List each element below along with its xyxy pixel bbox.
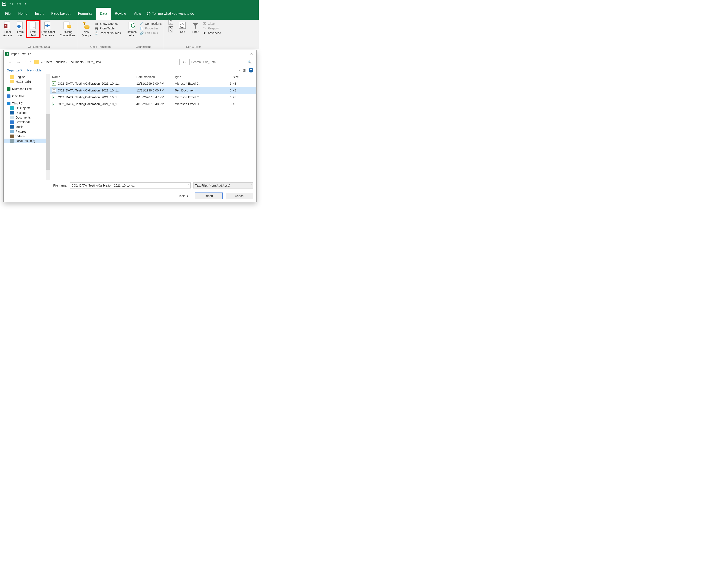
- menubar: File Home Insert Page Layout Formulas Da…: [0, 8, 259, 19]
- undo-icon[interactable]: ↶ ▾: [8, 2, 13, 6]
- new-query-label: NewQuery ▾: [81, 30, 92, 37]
- menu-view[interactable]: View: [130, 8, 145, 19]
- edit-links-button: 🔗Edit Links: [139, 31, 162, 36]
- advanced-filter-button[interactable]: ▼Advanced: [202, 31, 222, 36]
- from-text-label: FromText: [30, 30, 37, 37]
- sort-asc-icon: A↓ZZ↓A: [166, 21, 175, 30]
- refresh-all-button[interactable]: RefreshAll ▾: [124, 21, 139, 37]
- from-other-sources-label: From OtherSources ▾: [41, 30, 55, 37]
- connections-button[interactable]: 🔗Connections: [139, 21, 162, 26]
- from-web-label: FromWeb: [17, 30, 24, 37]
- connections-icon: 🔗: [140, 22, 143, 25]
- edit-links-icon: 🔗: [140, 31, 143, 35]
- existing-connections-label: ExistingConnections: [60, 30, 75, 37]
- redo-icon[interactable]: ↷ ▾: [15, 2, 21, 6]
- web-icon: [16, 21, 25, 30]
- filter-label: Filter: [192, 30, 198, 34]
- ribbon-group-sort-filter: A↓ZZ↓A Z AA Z Sort Filter ⌧Clear ↻Reappl…: [164, 19, 223, 49]
- properties-icon: 📄: [140, 26, 143, 30]
- new-query-button[interactable]: NewQuery ▾: [79, 21, 94, 37]
- from-web-button[interactable]: FromWeb: [14, 21, 27, 37]
- svg-text:A: A: [5, 25, 6, 27]
- sort-button[interactable]: Z AA Z Sort: [176, 21, 189, 34]
- from-table-icon: ▤: [95, 26, 99, 30]
- existing-connections-button[interactable]: ExistingConnections: [58, 21, 76, 37]
- advanced-icon: ▼: [202, 31, 207, 35]
- filter-button[interactable]: Filter: [189, 21, 202, 34]
- from-other-sources-button[interactable]: From OtherSources ▾: [40, 21, 56, 37]
- menu-formulas[interactable]: Formulas: [74, 8, 96, 19]
- text-file-icon: [29, 21, 38, 30]
- from-access-button[interactable]: A FromAccess: [1, 21, 14, 37]
- ribbon-group-get-external-data: A FromAccess FromWeb FromText From Other…: [0, 19, 78, 49]
- svg-text:Z A: Z A: [180, 22, 184, 25]
- svg-marker-24: [192, 22, 198, 29]
- ribbon-group-label: Get External Data: [1, 45, 76, 49]
- ribbon-group-label: Sort & Filter: [165, 45, 222, 49]
- sort-icon: Z AA Z: [178, 21, 187, 30]
- svg-rect-6: [32, 25, 36, 29]
- new-query-icon: [82, 21, 91, 30]
- save-icon[interactable]: [2, 2, 6, 6]
- tell-me-search[interactable]: Tell me what you want to do: [147, 12, 194, 15]
- other-sources-icon: [44, 21, 52, 30]
- svg-point-16: [84, 25, 90, 28]
- clear-filter-button: ⌧Clear: [202, 21, 222, 26]
- existing-connections-icon: [63, 21, 72, 30]
- refresh-all-label: RefreshAll ▾: [127, 30, 137, 37]
- menu-insert[interactable]: Insert: [31, 8, 47, 19]
- sort-asc-button[interactable]: A↓ZZ↓A: [165, 21, 176, 30]
- filter-icon: [191, 21, 200, 30]
- properties-button: 📄Properties: [139, 26, 162, 31]
- svg-point-14: [67, 25, 71, 27]
- svg-text:A Z: A Z: [180, 25, 184, 28]
- tell-me-label: Tell me what you want to do: [152, 12, 194, 15]
- clear-icon: ⌧: [202, 22, 207, 25]
- menu-review[interactable]: Review: [111, 8, 130, 19]
- show-queries-button[interactable]: ▦Show Queries: [94, 21, 122, 26]
- show-queries-icon: ▦: [95, 22, 99, 25]
- menu-home[interactable]: Home: [14, 8, 31, 19]
- ribbon-group-label: Connections: [124, 45, 162, 49]
- from-table-button[interactable]: ▤From Table: [94, 26, 122, 31]
- reapply-icon: ↻: [202, 26, 207, 30]
- menu-file[interactable]: File: [1, 8, 14, 19]
- customize-qat-icon[interactable]: ▼: [23, 3, 27, 5]
- recent-sources-icon: 🕘: [95, 31, 99, 35]
- menu-page-layout[interactable]: Page Layout: [47, 8, 74, 19]
- svg-point-4: [17, 25, 21, 28]
- quick-access-toolbar: ↶ ▾ ↷ ▾ ▼: [0, 0, 259, 8]
- ribbon: A FromAccess FromWeb FromText From Other…: [0, 19, 259, 49]
- ribbon-group-get-transform: NewQuery ▾ ▦Show Queries ▤From Table 🕘Re…: [78, 19, 123, 49]
- recent-sources-button[interactable]: 🕘Recent Sources: [94, 31, 122, 36]
- access-icon: A: [3, 21, 12, 30]
- refresh-icon: [127, 21, 136, 30]
- ribbon-group-connections: RefreshAll ▾ 🔗Connections 📄Properties 🔗E…: [123, 19, 164, 49]
- from-text-button[interactable]: FromText: [27, 21, 40, 37]
- bulb-icon: [147, 12, 151, 15]
- sort-label: Sort: [180, 30, 185, 34]
- reapply-button: ↻Reapply: [202, 26, 222, 31]
- ribbon-group-label: Get & Transform: [79, 45, 122, 49]
- menu-data[interactable]: Data: [96, 8, 111, 19]
- from-access-label: FromAccess: [3, 30, 12, 37]
